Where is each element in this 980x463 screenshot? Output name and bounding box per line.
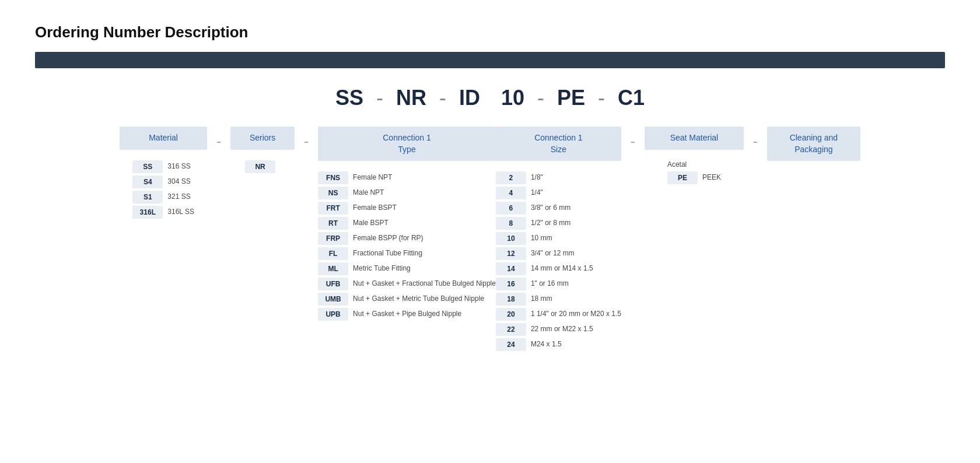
list-item: FNSFemale NPT bbox=[318, 171, 496, 184]
list-item: PEPEEK bbox=[667, 171, 721, 184]
dash-4: - bbox=[596, 86, 607, 110]
list-item: SS316 SS bbox=[132, 160, 194, 173]
list-item: FRPFemale BSPP (for RP) bbox=[318, 232, 496, 245]
item-code: UMB bbox=[318, 293, 348, 306]
item-label: Fractional Tube Fitting bbox=[353, 249, 422, 258]
sep-3: - bbox=[621, 127, 645, 150]
columns-row: Material SS316 SSS4304 SSS1321 SS316L316… bbox=[35, 127, 945, 353]
item-label: Acetal bbox=[667, 160, 687, 170]
item-code: UFB bbox=[318, 278, 348, 290]
series-header: Seriors bbox=[230, 127, 295, 150]
code-ss: SS bbox=[325, 86, 374, 110]
list-item: UPBNut + Gasket + Pipe Bulged Nipple bbox=[318, 308, 496, 321]
list-item: 201 1/4" or 20 mm or M20 x 1.5 bbox=[496, 308, 621, 321]
item-code: NS bbox=[318, 187, 348, 199]
item-code: S1 bbox=[132, 191, 163, 204]
list-item: 1414 mm or M14 x 1.5 bbox=[496, 262, 621, 275]
item-label: 321 SS bbox=[167, 192, 190, 202]
item-code: UPB bbox=[318, 308, 348, 321]
item-label: Nut + Gasket + Pipe Bulged Nipple bbox=[353, 310, 461, 319]
item-code: 2 bbox=[496, 171, 526, 184]
list-item: UMBNut + Gasket + Metric Tube Bulged Nip… bbox=[318, 293, 496, 306]
material-header: Material bbox=[120, 127, 207, 150]
item-label: Metric Tube Fitting bbox=[353, 264, 411, 273]
item-code: 6 bbox=[496, 202, 526, 215]
item-code: 4 bbox=[496, 187, 526, 199]
item-code: 316L bbox=[132, 206, 163, 219]
connsize-column: Connection 1Size 21/8"41/4"63/8" or 6 mm… bbox=[496, 127, 621, 353]
list-item: Acetal bbox=[667, 160, 721, 170]
item-code: PE bbox=[667, 171, 698, 184]
conntype-column: Connection 1Type FNSFemale NPTNSMale NPT… bbox=[318, 127, 496, 323]
list-item: NR bbox=[245, 160, 280, 173]
item-label: Nut + Gasket + Metric Tube Bulged Nipple bbox=[353, 294, 484, 304]
item-code: 14 bbox=[496, 262, 526, 275]
code-c1: C1 bbox=[607, 86, 655, 110]
cleaning-header: Cleaning andPackaging bbox=[767, 127, 860, 161]
list-item: 123/4" or 12 mm bbox=[496, 247, 621, 260]
conntype-header: Connection 1Type bbox=[318, 127, 496, 161]
item-code: S4 bbox=[132, 176, 163, 188]
list-item: 63/8" or 6 mm bbox=[496, 202, 621, 215]
list-item: 81/2" or 8 mm bbox=[496, 217, 621, 230]
code-pe: PE bbox=[547, 86, 596, 110]
item-label: PEEK bbox=[702, 173, 721, 183]
item-label: Female NPT bbox=[353, 173, 392, 183]
material-column: Material SS316 SSS4304 SSS1321 SS316L316… bbox=[120, 127, 207, 221]
item-label: 1/4" bbox=[531, 188, 543, 198]
item-label: 14 mm or M14 x 1.5 bbox=[531, 264, 593, 273]
item-label: 22 mm or M22 x 1.5 bbox=[531, 325, 593, 334]
code-nr: NR bbox=[386, 86, 437, 110]
item-label: 10 mm bbox=[531, 234, 552, 243]
dash-1: - bbox=[374, 86, 386, 110]
item-label: Male BSPT bbox=[353, 219, 388, 228]
item-label: 1/8" bbox=[531, 173, 543, 183]
list-item: 1010 mm bbox=[496, 232, 621, 245]
item-code: 24 bbox=[496, 338, 526, 351]
item-code: 16 bbox=[496, 278, 526, 290]
page-title: Ordering Number Description bbox=[35, 23, 945, 41]
item-label: 316L SS bbox=[167, 208, 194, 217]
item-label: 1 1/4" or 20 mm or M20 x 1.5 bbox=[531, 310, 621, 319]
list-item: NSMale NPT bbox=[318, 187, 496, 199]
item-code: 22 bbox=[496, 323, 526, 336]
seat-items: AcetalPEPEEK bbox=[667, 160, 721, 187]
list-item: RTMale BSPT bbox=[318, 217, 496, 230]
code-10: 10 bbox=[491, 86, 535, 110]
list-item: S4304 SS bbox=[132, 176, 194, 188]
sep-2: - bbox=[295, 127, 318, 150]
conntype-items: FNSFemale NPTNSMale NPTFRTFemale BSPTRTM… bbox=[318, 171, 496, 323]
code-id: ID bbox=[449, 86, 491, 110]
item-code: 12 bbox=[496, 247, 526, 260]
item-code: 10 bbox=[496, 232, 526, 245]
item-label: 304 SS bbox=[167, 177, 190, 187]
item-code: RT bbox=[318, 217, 348, 230]
item-label: 1" or 16 mm bbox=[531, 279, 569, 289]
item-code: SS bbox=[132, 160, 163, 173]
series-column: Seriors NR bbox=[230, 127, 295, 176]
list-item: UFBNut + Gasket + Fractional Tube Bulged… bbox=[318, 278, 496, 290]
item-code: FNS bbox=[318, 171, 348, 184]
seat-column: Seat Material AcetalPEPEEK bbox=[645, 127, 744, 187]
list-item: FRTFemale BSPT bbox=[318, 202, 496, 215]
item-label: 3/4" or 12 mm bbox=[531, 249, 575, 258]
list-item: 21/8" bbox=[496, 171, 621, 184]
connsize-items: 21/8"41/4"63/8" or 6 mm81/2" or 8 mm1010… bbox=[496, 171, 621, 353]
item-code: NR bbox=[245, 160, 275, 173]
item-code: 20 bbox=[496, 308, 526, 321]
series-items: NR bbox=[245, 160, 280, 176]
sep-4: - bbox=[744, 127, 767, 150]
list-item: 161" or 16 mm bbox=[496, 278, 621, 290]
item-label: M24 x 1.5 bbox=[531, 340, 562, 349]
list-item: 1818 mm bbox=[496, 293, 621, 306]
item-label: Female BSPP (for RP) bbox=[353, 234, 423, 243]
item-label: 316 SS bbox=[167, 162, 190, 171]
dash-2: - bbox=[437, 86, 449, 110]
list-item: FLFractional Tube Fitting bbox=[318, 247, 496, 260]
list-item: MLMetric Tube Fitting bbox=[318, 262, 496, 275]
list-item: 41/4" bbox=[496, 187, 621, 199]
item-code: FRT bbox=[318, 202, 348, 215]
item-code: FRP bbox=[318, 232, 348, 245]
item-label: Male NPT bbox=[353, 188, 384, 198]
dark-bar bbox=[35, 52, 945, 68]
